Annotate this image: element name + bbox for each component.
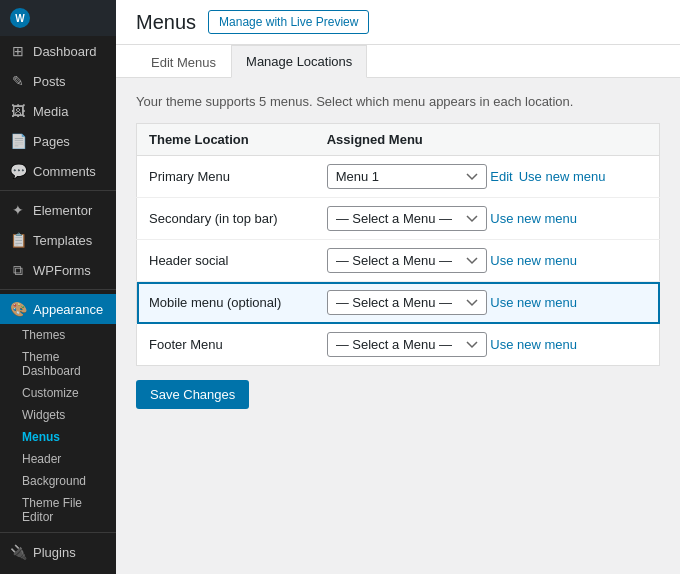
posts-icon: ✎ <box>10 73 26 89</box>
page-header: Menus Manage with Live Preview <box>116 0 680 45</box>
menu-select[interactable]: — Select a Menu — <box>327 332 487 357</box>
sidebar-item-media[interactable]: 🖼 Media <box>0 96 116 126</box>
use-new-menu-link[interactable]: Use new menu <box>490 337 577 352</box>
col-theme-location: Theme Location <box>137 124 315 156</box>
sidebar-sub-theme-file-editor[interactable]: Theme File Editor <box>0 492 116 528</box>
sidebar-item-wpforms[interactable]: ⧉ WPForms <box>0 255 116 285</box>
sidebar-item-posts[interactable]: ✎ Posts <box>0 66 116 96</box>
assigned-menu-cell: — Select a Menu — Use new menu <box>315 324 660 366</box>
comments-icon: 💬 <box>10 163 26 179</box>
assigned-menu-cell: — Select a Menu — Use new menu <box>315 240 660 282</box>
wpforms-icon: ⧉ <box>10 262 26 278</box>
sidebar-item-templates[interactable]: 📋 Templates <box>0 225 116 255</box>
location-name: Header social <box>137 240 315 282</box>
assigned-menu-cell: — Select a Menu — Use new menu <box>315 282 660 324</box>
description-text: Your theme supports 5 menus. Select whic… <box>136 94 660 109</box>
tab-edit-menus[interactable]: Edit Menus <box>136 45 231 78</box>
sidebar-sub-background[interactable]: Background <box>0 470 116 492</box>
sidebar-item-elementor[interactable]: ✦ Elementor <box>0 195 116 225</box>
menu-select[interactable]: — Select a Menu — <box>327 206 487 231</box>
live-preview-button[interactable]: Manage with Live Preview <box>208 10 369 34</box>
col-assigned-menu: Assigned Menu <box>315 124 660 156</box>
sidebar-sub-theme-dashboard[interactable]: Theme Dashboard <box>0 346 116 382</box>
sidebar-item-dashboard[interactable]: ⊞ Dashboard <box>0 36 116 66</box>
use-new-menu-link[interactable]: Use new menu <box>490 253 577 268</box>
plugins-icon: 🔌 <box>10 544 26 560</box>
sidebar: W ⊞ Dashboard ✎ Posts 🖼 Media 📄 Pages 💬 … <box>0 0 116 574</box>
menu-select[interactable]: — Select a Menu — <box>327 290 487 315</box>
sidebar-sub-header[interactable]: Header <box>0 448 116 470</box>
pages-icon: 📄 <box>10 133 26 149</box>
sidebar-item-appearance[interactable]: 🎨 Appearance <box>0 294 116 324</box>
page-title: Menus <box>136 11 196 34</box>
main-content-area: Menus Manage with Live Preview Edit Menu… <box>116 0 680 574</box>
dashboard-icon: ⊞ <box>10 43 26 59</box>
sidebar-item-comments[interactable]: 💬 Comments <box>0 156 116 186</box>
use-new-menu-link[interactable]: Use new menu <box>490 211 577 226</box>
use-new-menu-link[interactable]: Use new menu <box>519 169 606 184</box>
table-row: Secondary (in top bar)— Select a Menu — … <box>137 198 660 240</box>
tabs-row: Edit Menus Manage Locations <box>116 45 680 78</box>
use-new-menu-link[interactable]: Use new menu <box>490 295 577 310</box>
tab-manage-locations[interactable]: Manage Locations <box>231 45 367 78</box>
location-name: Primary Menu <box>137 156 315 198</box>
assigned-menu-cell: Menu 1 EditUse new menu <box>315 156 660 198</box>
wp-logo-icon: W <box>10 8 30 28</box>
elementor-icon: ✦ <box>10 202 26 218</box>
sidebar-item-users[interactable]: 👤 Users <box>0 567 116 574</box>
sidebar-sub-themes[interactable]: Themes <box>0 324 116 346</box>
location-name: Secondary (in top bar) <box>137 198 315 240</box>
table-row: Mobile menu (optional)— Select a Menu — … <box>137 282 660 324</box>
table-row: Primary MenuMenu 1 EditUse new menu <box>137 156 660 198</box>
edit-link[interactable]: Edit <box>490 169 512 184</box>
locations-table: Theme Location Assigned Menu Primary Men… <box>136 123 660 366</box>
sidebar-sub-widgets[interactable]: Widgets <box>0 404 116 426</box>
table-row: Header social— Select a Menu — Use new m… <box>137 240 660 282</box>
sidebar-sub-customize[interactable]: Customize <box>0 382 116 404</box>
menu-select[interactable]: Menu 1 <box>327 164 487 189</box>
main-body: Your theme supports 5 menus. Select whic… <box>116 78 680 425</box>
appearance-icon: 🎨 <box>10 301 26 317</box>
wp-logo: W <box>0 0 116 36</box>
menu-select[interactable]: — Select a Menu — <box>327 248 487 273</box>
sidebar-item-plugins[interactable]: 🔌 Plugins <box>0 537 116 567</box>
save-changes-button[interactable]: Save Changes <box>136 380 249 409</box>
sidebar-sub-menus[interactable]: Menus <box>0 426 116 448</box>
location-name: Mobile menu (optional) <box>137 282 315 324</box>
location-name: Footer Menu <box>137 324 315 366</box>
media-icon: 🖼 <box>10 103 26 119</box>
sidebar-item-pages[interactable]: 📄 Pages <box>0 126 116 156</box>
templates-icon: 📋 <box>10 232 26 248</box>
assigned-menu-cell: — Select a Menu — Use new menu <box>315 198 660 240</box>
table-row: Footer Menu— Select a Menu — Use new men… <box>137 324 660 366</box>
